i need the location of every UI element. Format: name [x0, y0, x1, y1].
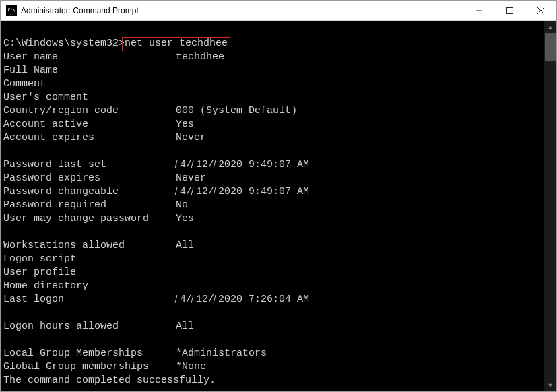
date-segment: 12/	[192, 158, 214, 172]
property-label: User profile	[3, 266, 176, 280]
scroll-down-arrow-icon[interactable]: ▼	[544, 379, 556, 391]
property-label: User's comment	[3, 91, 176, 104]
property-label: User name	[3, 51, 176, 64]
property-value: techdhee	[176, 51, 224, 63]
maximize-icon	[506, 7, 513, 14]
terminal-row: Logon hours allowedAll	[3, 320, 544, 333]
close-icon	[537, 7, 544, 14]
property-label: Full Name	[3, 64, 176, 77]
svg-rect-1	[507, 7, 513, 13]
property-value: All	[176, 321, 194, 332]
property-label: Comment	[3, 77, 176, 91]
minimize-icon	[476, 7, 482, 14]
property-label: Password last set	[3, 158, 176, 172]
terminal-row: Password last set4/12/2020 9:49:07 AM	[3, 158, 544, 172]
terminal-row: User may change passwordYes	[3, 212, 544, 226]
property-label: Logon hours allowed	[3, 320, 176, 333]
scroll-thumb[interactable]	[545, 33, 556, 61]
property-value: 4/12/2020 7:26:04 AM	[176, 294, 309, 305]
terminal-row: Account expiresNever	[3, 131, 544, 145]
property-label: Local Group Memberships	[3, 347, 176, 360]
property-label: Password changeable	[3, 185, 176, 199]
property-value: No	[176, 199, 188, 211]
property-value: 4/12/2020 9:49:07 AM	[176, 159, 309, 170]
property-value: *None	[176, 361, 206, 372]
window-title: Administrator: Command Prompt	[21, 6, 139, 15]
window: Administrator: Command Prompt C:\Windows…	[0, 0, 557, 392]
property-value: Never	[176, 172, 206, 184]
cmd-icon	[6, 5, 17, 16]
date-segment: 4/	[176, 185, 192, 199]
terminal-prompt-line: C:\Windows\system32>net user techdhee	[3, 37, 544, 51]
terminal-output[interactable]: C:\Windows\system32>net user techdheeUse…	[1, 21, 544, 391]
terminal-row: Last logon4/12/2020 7:26:04 AM	[3, 293, 544, 306]
date-segment: 2020 7:26:04 AM	[214, 293, 309, 306]
terminal-row	[3, 306, 544, 320]
property-label: Last logon	[3, 293, 176, 306]
terminal-blank-line	[3, 24, 544, 37]
terminal-row: Comment	[3, 77, 544, 91]
terminal-row: Workstations allowedAll	[3, 239, 544, 253]
terminal-row: Logon script	[3, 253, 544, 266]
property-label: Country/region code	[3, 104, 176, 118]
date-segment: 12/	[192, 185, 214, 199]
terminal-row: User's comment	[3, 91, 544, 104]
maximize-button[interactable]	[494, 1, 525, 21]
scroll-up-arrow-icon[interactable]: ▲	[544, 21, 556, 33]
date-segment: 2020 9:49:07 AM	[214, 158, 309, 172]
property-value: 000 (System Default)	[176, 105, 297, 117]
property-label: User may change password	[3, 212, 176, 226]
terminal-row: User profile	[3, 266, 544, 280]
client-area: C:\Windows\system32>net user techdheeUse…	[1, 21, 556, 391]
terminal-command: net user techdhee	[125, 38, 228, 49]
terminal-row: User nametechdhee	[3, 51, 544, 64]
property-label: Home directory	[3, 280, 176, 293]
terminal-row: Password expiresNever	[3, 172, 544, 185]
terminal-row: Password requiredNo	[3, 199, 544, 212]
terminal-row	[3, 226, 544, 239]
terminal-row: Full Name	[3, 64, 544, 77]
date-segment: 2020 9:49:07 AM	[214, 185, 309, 199]
close-button[interactable]	[525, 1, 556, 21]
property-label: Workstations allowed	[3, 239, 176, 253]
terminal-row: Local Group Memberships*Administrators	[3, 347, 544, 360]
terminal-row: Country/region code000 (System Default)	[3, 104, 544, 118]
date-segment: 4/	[176, 158, 192, 172]
property-value: Yes	[176, 119, 194, 130]
titlebar[interactable]: Administrator: Command Prompt	[1, 1, 556, 21]
terminal-prompt: C:\Windows\system32>	[3, 38, 125, 49]
property-value: Yes	[176, 213, 194, 224]
terminal-row: Password changeable4/12/2020 9:49:07 AM	[3, 185, 544, 199]
property-label: Account expires	[3, 131, 176, 145]
terminal-footer: The command completed successfully.	[3, 374, 544, 387]
terminal-row: Global Group memberships*None	[3, 360, 544, 374]
date-segment: 4/	[176, 293, 192, 306]
property-label: Password required	[3, 199, 176, 212]
date-segment: 12/	[192, 293, 214, 306]
vertical-scrollbar[interactable]: ▲ ▼	[544, 21, 556, 391]
property-label: Global Group memberships	[3, 360, 176, 374]
property-value: 4/12/2020 9:49:07 AM	[176, 186, 309, 197]
property-value: Never	[176, 132, 206, 143]
terminal-row: Home directory	[3, 280, 544, 293]
property-label: Logon script	[3, 253, 176, 266]
property-value: *Administrators	[176, 348, 267, 359]
property-label: Account active	[3, 118, 176, 131]
property-value: All	[176, 240, 194, 251]
minimize-button[interactable]	[463, 1, 494, 21]
property-label: Password expires	[3, 172, 176, 185]
terminal-row	[3, 145, 544, 158]
terminal-row: Account activeYes	[3, 118, 544, 131]
terminal-row	[3, 333, 544, 347]
